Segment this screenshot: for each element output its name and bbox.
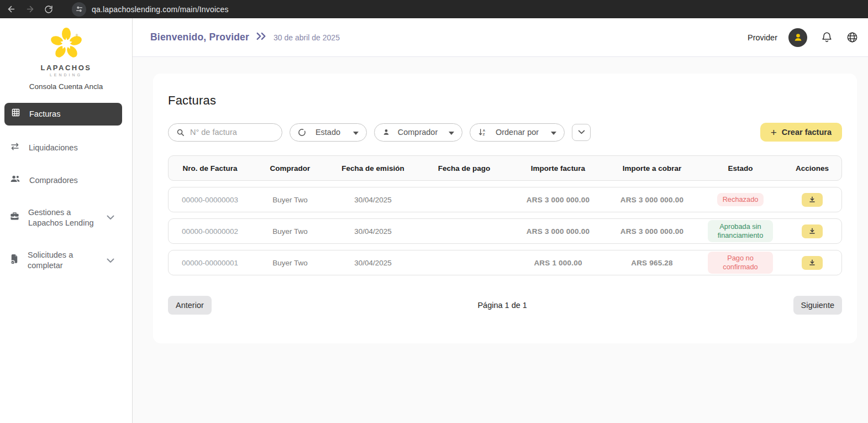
invoice-amount: ARS 1 000.00 (511, 259, 605, 267)
create-invoice-button[interactable]: + Crear factura (760, 123, 842, 142)
buyer-name: Buyer Two (251, 196, 329, 204)
buyer-name: Buyer Two (251, 227, 329, 236)
column-header: Comprador (251, 164, 329, 173)
status-circle-icon (298, 128, 306, 137)
svg-text:A: A (483, 129, 486, 132)
search-input[interactable] (190, 128, 262, 137)
filter-bar: Estado Comprador (168, 123, 842, 142)
notifications-bell-icon[interactable] (822, 32, 832, 43)
chevron-down-icon (107, 212, 114, 223)
double-chevron-icon (256, 32, 267, 43)
buyer-name: Buyer Two (251, 259, 329, 267)
invoice-search-field[interactable] (168, 123, 282, 142)
status-badge: Pago no confirmado (708, 252, 773, 274)
sidebar-item-label: Gestiones a Lapachos Lending (28, 207, 98, 229)
brand-block: ® LAPACHOS LENDING Consola Cuenta Ancla (0, 18, 132, 91)
sidebar-item-gestiones[interactable]: Gestiones a Lapachos Lending (0, 202, 122, 234)
person-icon (382, 128, 390, 136)
top-header: Bienvenido, Provider 30 de abril de 2025… (133, 18, 868, 57)
address-bar[interactable]: qa.lapachoslending.com/main/Invoices (72, 2, 229, 17)
back-icon[interactable] (6, 4, 17, 15)
invoice-number: 00000-00000001 (169, 259, 251, 267)
brand-subtitle: LENDING (0, 73, 132, 77)
estado-filter-label: Estado (315, 128, 340, 137)
briefcase-icon (10, 212, 19, 224)
caret-down-icon (353, 128, 359, 137)
sidebar-item-label: Solicitudes a completar (28, 250, 98, 271)
language-globe-icon[interactable] (846, 32, 858, 43)
column-header: Importe factura (511, 164, 605, 173)
people-icon (10, 175, 20, 186)
refresh-icon[interactable] (43, 4, 54, 15)
column-header: Estado (699, 164, 782, 173)
grid-icon (11, 108, 20, 121)
download-invoice-button[interactable] (802, 193, 823, 207)
sidebar-item-solicitudes[interactable]: Solicitudes a completar (0, 244, 122, 277)
plus-icon: + (771, 127, 777, 138)
download-icon (808, 227, 816, 235)
expand-filters-button[interactable] (572, 124, 591, 141)
invoice-amount: ARS 3 000 000.00 (511, 196, 605, 204)
issue-date: 30/04/2025 (329, 196, 417, 204)
receivable-amount: ARS 3 000 000.00 (605, 196, 699, 204)
previous-page-button[interactable]: Anterior (168, 296, 212, 315)
document-check-icon (10, 254, 19, 268)
caret-down-icon (551, 128, 556, 137)
receivable-amount: ARS 965.28 (605, 259, 699, 267)
console-label: Consola Cuenta Ancla (0, 82, 132, 91)
sidebar-item-facturas[interactable]: Facturas (4, 103, 122, 126)
estado-filter-dropdown[interactable]: Estado (290, 123, 367, 142)
invoice-number: 00000-00000002 (169, 227, 251, 236)
page-title: Facturas (168, 93, 842, 108)
sidebar-item-compradores[interactable]: Compradores (0, 169, 122, 192)
status-badge: Aprobada sin financiamiento (708, 220, 773, 242)
search-icon (176, 128, 185, 137)
header-date: 30 de abril de 2025 (273, 33, 340, 42)
caret-down-icon (449, 128, 454, 137)
column-header: Acciones (782, 164, 843, 173)
swap-icon (10, 142, 20, 154)
user-name: Provider (748, 33, 777, 42)
sidebar: ® LAPACHOS LENDING Consola Cuenta Ancla … (0, 18, 133, 423)
next-page-button[interactable]: Siguiente (793, 296, 842, 315)
table-row: 00000-00000002 Buyer Two 30/04/2025 ARS … (168, 218, 842, 244)
page-background: Facturas Estado (133, 57, 868, 423)
url-text[interactable]: qa.lapachoslending.com/main/Invoices (92, 5, 229, 14)
person-icon (793, 32, 803, 43)
column-header: Fecha de pago (417, 164, 511, 173)
column-header: Importe a cobrar (605, 164, 699, 173)
download-icon (808, 259, 816, 267)
issue-date: 30/04/2025 (329, 227, 417, 236)
brand-name: LAPACHOS (0, 64, 132, 72)
comprador-filter-dropdown[interactable]: Comprador (374, 123, 462, 142)
download-invoice-button[interactable] (802, 256, 823, 270)
download-invoice-button[interactable] (802, 224, 823, 238)
site-settings-icon[interactable] (72, 2, 86, 17)
comprador-filter-label: Comprador (398, 128, 438, 137)
sidebar-item-label: Compradores (29, 175, 114, 186)
ordenar-filter-dropdown[interactable]: AZ Ordenar por (470, 123, 565, 142)
sidebar-menu: Facturas Liquidaciones Compradores Gesti… (0, 103, 132, 287)
status-badge: Rechazado (717, 193, 764, 206)
avatar[interactable] (788, 28, 807, 47)
forward-icon[interactable] (24, 4, 35, 15)
pagination: Anterior Página 1 de 1 Siguiente (168, 296, 842, 315)
sidebar-item-label: Liquidaciones (29, 143, 114, 154)
issue-date: 30/04/2025 (329, 259, 417, 267)
chevron-down-icon (578, 130, 585, 134)
column-header: Fecha de emisión (329, 164, 417, 173)
table-row: 00000-00000001 Buyer Two 30/04/2025 ARS … (168, 250, 842, 275)
welcome-title: Bienvenido, Provider (150, 32, 249, 43)
sidebar-item-label: Facturas (29, 109, 114, 120)
invoice-number: 00000-00000003 (169, 196, 251, 204)
browser-toolbar: qa.lapachoslending.com/main/Invoices (0, 0, 868, 18)
download-icon (808, 196, 816, 203)
table-header-row: Nro. de Factura Comprador Fecha de emisi… (168, 155, 842, 181)
svg-text:Z: Z (483, 133, 485, 136)
invoice-amount: ARS 3 000 000.00 (511, 227, 605, 236)
chevron-down-icon (107, 255, 114, 267)
sidebar-item-liquidaciones[interactable]: Liquidaciones (0, 137, 122, 160)
invoices-card: Facturas Estado (153, 74, 857, 343)
lapachos-flower-logo: ® (49, 27, 83, 60)
create-invoice-label: Crear factura (782, 128, 832, 137)
